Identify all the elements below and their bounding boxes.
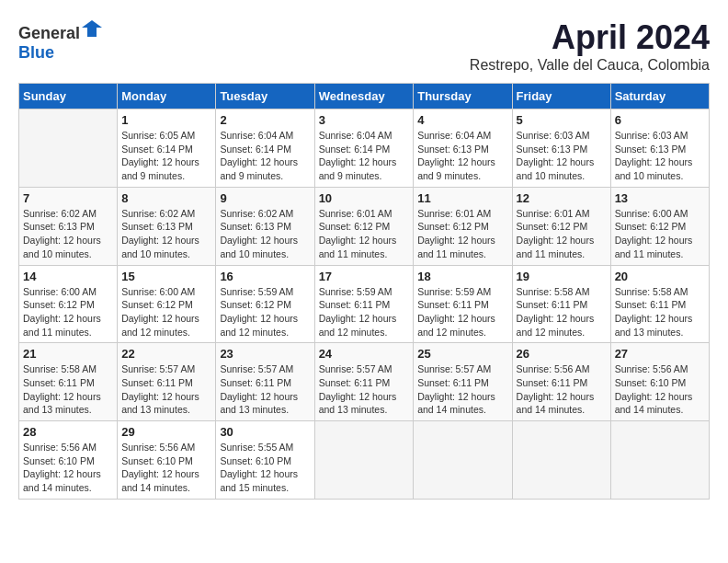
day-number: 17	[319, 270, 410, 283]
day-number: 30	[220, 425, 310, 439]
day-number: 1	[121, 113, 211, 127]
day-info: Sunrise: 5:55 AM Sunset: 6:10 PM Dayligh…	[220, 441, 310, 495]
calendar-cell: 7Sunrise: 6:02 AM Sunset: 6:13 PM Daylig…	[19, 187, 118, 265]
page-header: General Blue April 2024 Restrepo, Valle …	[18, 18, 710, 74]
day-number: 24	[319, 347, 410, 361]
calendar-cell: 4Sunrise: 6:04 AM Sunset: 6:13 PM Daylig…	[414, 109, 512, 188]
day-number: 23	[220, 347, 310, 361]
calendar-week-row: 1Sunrise: 6:05 AM Sunset: 6:14 PM Daylig…	[19, 109, 710, 188]
weekday-header: Monday	[118, 84, 216, 109]
day-info: Sunrise: 6:00 AM Sunset: 6:12 PM Dayligh…	[121, 285, 211, 339]
day-number: 22	[121, 347, 211, 361]
calendar-cell: 24Sunrise: 5:57 AM Sunset: 6:11 PM Dayli…	[314, 343, 414, 421]
weekday-header: Friday	[512, 84, 610, 109]
day-info: Sunrise: 6:01 AM Sunset: 6:12 PM Dayligh…	[417, 207, 507, 261]
calendar-cell: 2Sunrise: 6:04 AM Sunset: 6:14 PM Daylig…	[216, 109, 314, 188]
calendar-cell: 16Sunrise: 5:59 AM Sunset: 6:12 PM Dayli…	[216, 265, 314, 343]
calendar-cell: 26Sunrise: 5:56 AM Sunset: 6:11 PM Dayli…	[512, 343, 610, 421]
calendar-week-row: 21Sunrise: 5:58 AM Sunset: 6:11 PM Dayli…	[19, 343, 710, 421]
day-info: Sunrise: 6:01 AM Sunset: 6:12 PM Dayligh…	[517, 207, 607, 261]
logo-bird-icon	[82, 18, 102, 39]
day-number: 20	[615, 270, 705, 283]
calendar-cell	[314, 421, 414, 500]
page-subtitle: Restrepo, Valle del Cauca, Colombia	[470, 57, 710, 74]
day-info: Sunrise: 5:59 AM Sunset: 6:11 PM Dayligh…	[319, 285, 410, 339]
calendar-cell: 22Sunrise: 5:57 AM Sunset: 6:11 PM Dayli…	[118, 343, 216, 421]
day-info: Sunrise: 5:58 AM Sunset: 6:11 PM Dayligh…	[517, 285, 607, 339]
day-info: Sunrise: 5:58 AM Sunset: 6:11 PM Dayligh…	[615, 285, 705, 339]
svg-marker-0	[82, 20, 102, 37]
calendar-cell: 9Sunrise: 6:02 AM Sunset: 6:13 PM Daylig…	[216, 187, 314, 265]
calendar-cell: 23Sunrise: 5:57 AM Sunset: 6:11 PM Dayli…	[216, 343, 314, 421]
day-number: 18	[417, 270, 507, 283]
calendar-cell	[414, 421, 512, 500]
day-info: Sunrise: 6:02 AM Sunset: 6:13 PM Dayligh…	[23, 207, 113, 261]
day-number: 8	[121, 191, 211, 205]
day-info: Sunrise: 5:56 AM Sunset: 6:11 PM Dayligh…	[517, 362, 607, 417]
day-number: 21	[23, 347, 113, 361]
day-number: 2	[220, 113, 310, 127]
day-info: Sunrise: 5:56 AM Sunset: 6:10 PM Dayligh…	[615, 362, 705, 417]
calendar-cell	[610, 421, 709, 500]
day-number: 19	[517, 270, 607, 283]
day-info: Sunrise: 6:00 AM Sunset: 6:12 PM Dayligh…	[23, 285, 113, 339]
calendar-week-row: 28Sunrise: 5:56 AM Sunset: 6:10 PM Dayli…	[19, 421, 710, 500]
calendar-cell: 21Sunrise: 5:58 AM Sunset: 6:11 PM Dayli…	[19, 343, 118, 421]
day-number: 28	[23, 425, 113, 439]
day-info: Sunrise: 6:03 AM Sunset: 6:13 PM Dayligh…	[517, 129, 607, 183]
day-info: Sunrise: 5:57 AM Sunset: 6:11 PM Dayligh…	[121, 362, 211, 417]
calendar-cell: 14Sunrise: 6:00 AM Sunset: 6:12 PM Dayli…	[19, 265, 118, 343]
day-number: 3	[319, 113, 410, 127]
day-info: Sunrise: 6:01 AM Sunset: 6:12 PM Dayligh…	[319, 207, 410, 261]
calendar-cell: 13Sunrise: 6:00 AM Sunset: 6:12 PM Dayli…	[610, 187, 709, 265]
day-number: 10	[319, 191, 410, 205]
calendar-cell: 30Sunrise: 5:55 AM Sunset: 6:10 PM Dayli…	[216, 421, 314, 500]
day-info: Sunrise: 5:59 AM Sunset: 6:11 PM Dayligh…	[417, 285, 507, 339]
calendar-cell: 28Sunrise: 5:56 AM Sunset: 6:10 PM Dayli…	[19, 421, 118, 500]
calendar-cell: 19Sunrise: 5:58 AM Sunset: 6:11 PM Dayli…	[512, 265, 610, 343]
calendar-cell: 11Sunrise: 6:01 AM Sunset: 6:12 PM Dayli…	[414, 187, 512, 265]
calendar-cell	[19, 109, 118, 188]
day-info: Sunrise: 5:56 AM Sunset: 6:10 PM Dayligh…	[23, 441, 113, 495]
day-info: Sunrise: 6:03 AM Sunset: 6:13 PM Dayligh…	[615, 129, 705, 183]
day-number: 25	[417, 347, 507, 361]
calendar-cell: 18Sunrise: 5:59 AM Sunset: 6:11 PM Dayli…	[414, 265, 512, 343]
calendar-cell: 1Sunrise: 6:05 AM Sunset: 6:14 PM Daylig…	[118, 109, 216, 188]
calendar-cell: 17Sunrise: 5:59 AM Sunset: 6:11 PM Dayli…	[314, 265, 414, 343]
day-info: Sunrise: 5:57 AM Sunset: 6:11 PM Dayligh…	[417, 362, 507, 417]
day-number: 11	[417, 191, 507, 205]
calendar-cell: 27Sunrise: 5:56 AM Sunset: 6:10 PM Dayli…	[610, 343, 709, 421]
calendar-cell: 29Sunrise: 5:56 AM Sunset: 6:10 PM Dayli…	[118, 421, 216, 500]
day-number: 13	[615, 191, 705, 205]
day-info: Sunrise: 6:04 AM Sunset: 6:14 PM Dayligh…	[319, 129, 410, 183]
calendar-cell: 5Sunrise: 6:03 AM Sunset: 6:13 PM Daylig…	[512, 109, 610, 188]
calendar-cell: 20Sunrise: 5:58 AM Sunset: 6:11 PM Dayli…	[610, 265, 709, 343]
calendar-cell: 10Sunrise: 6:01 AM Sunset: 6:12 PM Dayli…	[314, 187, 414, 265]
day-number: 14	[23, 270, 113, 283]
weekday-header: Saturday	[610, 84, 709, 109]
day-number: 26	[517, 347, 607, 361]
page-title: April 2024	[470, 18, 710, 57]
calendar-week-row: 7Sunrise: 6:02 AM Sunset: 6:13 PM Daylig…	[19, 187, 710, 265]
calendar-cell: 8Sunrise: 6:02 AM Sunset: 6:13 PM Daylig…	[118, 187, 216, 265]
logo-text: General Blue	[18, 18, 102, 63]
calendar-table: SundayMondayTuesdayWednesdayThursdayFrid…	[18, 83, 710, 500]
day-info: Sunrise: 5:57 AM Sunset: 6:11 PM Dayligh…	[319, 362, 410, 417]
weekday-header: Tuesday	[216, 84, 314, 109]
title-block: April 2024 Restrepo, Valle del Cauca, Co…	[470, 18, 710, 74]
day-info: Sunrise: 5:57 AM Sunset: 6:11 PM Dayligh…	[220, 362, 310, 417]
calendar-cell: 25Sunrise: 5:57 AM Sunset: 6:11 PM Dayli…	[414, 343, 512, 421]
day-info: Sunrise: 6:04 AM Sunset: 6:14 PM Dayligh…	[220, 129, 310, 183]
day-info: Sunrise: 6:00 AM Sunset: 6:12 PM Dayligh…	[615, 207, 705, 261]
logo: General Blue	[18, 18, 102, 63]
day-number: 29	[121, 425, 211, 439]
day-number: 5	[517, 113, 607, 127]
day-number: 16	[220, 270, 310, 283]
calendar-cell: 3Sunrise: 6:04 AM Sunset: 6:14 PM Daylig…	[314, 109, 414, 188]
day-info: Sunrise: 6:02 AM Sunset: 6:13 PM Dayligh…	[220, 207, 310, 261]
day-number: 7	[23, 191, 113, 205]
weekday-header: Wednesday	[314, 84, 414, 109]
day-number: 6	[615, 113, 705, 127]
day-info: Sunrise: 6:05 AM Sunset: 6:14 PM Dayligh…	[121, 129, 211, 183]
calendar-header-row: SundayMondayTuesdayWednesdayThursdayFrid…	[19, 84, 710, 109]
